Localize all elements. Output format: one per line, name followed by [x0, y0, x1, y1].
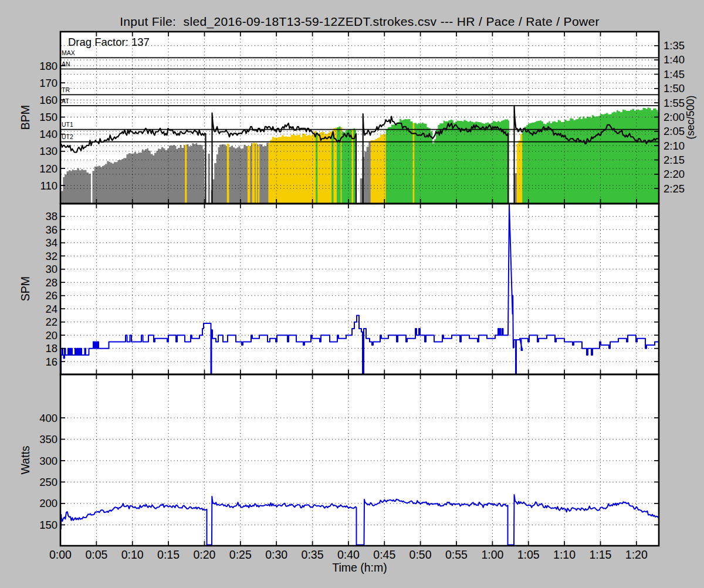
svg-text:1:35: 1:35	[664, 39, 685, 52]
svg-text:0:25: 0:25	[229, 548, 252, 561]
svg-text:0:40: 0:40	[337, 548, 360, 561]
svg-text:2:15: 2:15	[664, 154, 685, 166]
svg-text:AT: AT	[62, 97, 69, 104]
svg-text:UT2: UT2	[62, 133, 73, 140]
svg-text:0:20: 0:20	[194, 548, 216, 561]
svg-text:110: 110	[40, 180, 58, 192]
svg-text:0:35: 0:35	[302, 548, 324, 561]
svg-text:1:55: 1:55	[664, 97, 685, 109]
svg-text:32: 32	[45, 250, 57, 262]
svg-text:300: 300	[39, 455, 57, 467]
svg-text:0:50: 0:50	[409, 548, 432, 561]
svg-text:28: 28	[45, 276, 57, 289]
svg-text:Drag Factor: 137: Drag Factor: 137	[68, 36, 150, 48]
svg-text:30: 30	[45, 263, 57, 275]
svg-text:AN: AN	[62, 60, 70, 67]
svg-text:24: 24	[45, 303, 57, 315]
svg-text:350: 350	[39, 433, 57, 445]
svg-text:140: 140	[39, 128, 57, 140]
svg-text:150: 150	[39, 519, 57, 531]
svg-text:2:20: 2:20	[664, 168, 685, 180]
svg-text:16: 16	[45, 356, 57, 368]
svg-text:TR: TR	[62, 86, 70, 93]
svg-text:0:15: 0:15	[157, 548, 180, 561]
svg-text:400: 400	[39, 412, 57, 424]
svg-text:Watts: Watts	[19, 445, 32, 474]
svg-text:160: 160	[39, 94, 57, 106]
svg-text:1:40: 1:40	[664, 53, 685, 66]
svg-text:Time (h:m): Time (h:m)	[332, 561, 387, 574]
svg-text:MAX: MAX	[62, 49, 75, 56]
svg-text:1:05: 1:05	[517, 548, 540, 561]
svg-text:Input File: sled_2016-09-18T1: Input File: sled_2016-09-18T13-59-12ZEDT…	[120, 15, 600, 29]
svg-text:22: 22	[45, 316, 57, 328]
svg-text:0:55: 0:55	[445, 548, 468, 561]
svg-text:1:50: 1:50	[664, 82, 685, 94]
svg-text:1:20: 1:20	[625, 548, 648, 561]
svg-text:34: 34	[45, 236, 57, 249]
svg-text:UT1: UT1	[62, 121, 73, 128]
svg-text:0:05: 0:05	[85, 548, 107, 561]
svg-text:0:00: 0:00	[49, 548, 72, 561]
svg-text:0:45: 0:45	[373, 548, 395, 561]
svg-text:180: 180	[39, 60, 57, 72]
svg-text:150: 150	[39, 111, 57, 123]
svg-text:2:05: 2:05	[664, 125, 685, 137]
svg-text:2:25: 2:25	[664, 183, 685, 195]
svg-text:2:10: 2:10	[664, 140, 685, 152]
svg-text:170: 170	[39, 77, 57, 89]
svg-text:26: 26	[45, 289, 57, 302]
svg-text:1:10: 1:10	[553, 548, 576, 561]
svg-text:0:30: 0:30	[265, 548, 287, 561]
svg-text:2:00: 2:00	[664, 111, 685, 123]
svg-text:120: 120	[39, 163, 57, 175]
svg-text:1:00: 1:00	[481, 548, 503, 561]
svg-text:(sec/500): (sec/500)	[685, 95, 696, 139]
svg-text:36: 36	[45, 224, 57, 236]
svg-text:18: 18	[45, 342, 57, 354]
svg-text:20: 20	[45, 329, 57, 342]
svg-text:130: 130	[39, 145, 57, 157]
svg-text:0:10: 0:10	[121, 548, 144, 561]
svg-text:250: 250	[39, 476, 57, 488]
svg-text:38: 38	[45, 210, 57, 222]
svg-text:1:15: 1:15	[590, 548, 612, 561]
svg-text:1:45: 1:45	[664, 68, 685, 80]
svg-text:SPM: SPM	[19, 276, 32, 301]
svg-text:BPM: BPM	[19, 105, 32, 130]
svg-text:200: 200	[39, 497, 57, 509]
